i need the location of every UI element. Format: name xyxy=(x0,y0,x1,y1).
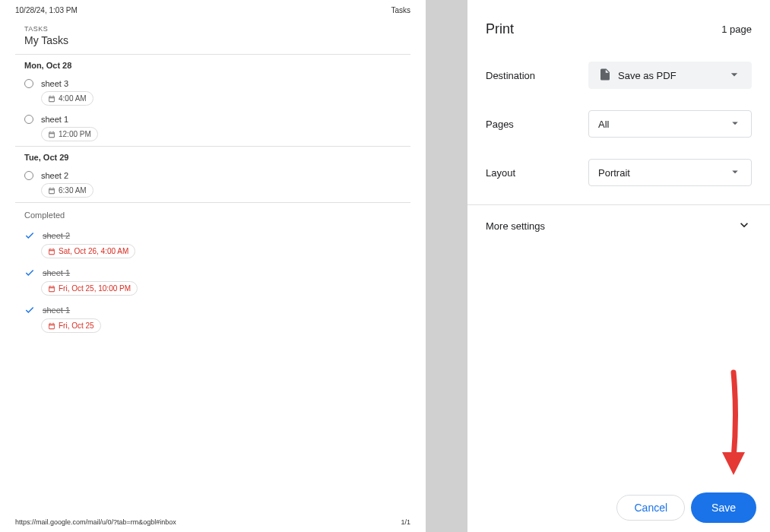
calendar-icon xyxy=(48,187,55,195)
task-time: 12:00 PM xyxy=(59,130,91,138)
task-time: Fri, Oct 25 xyxy=(59,321,94,330)
annotation-arrow-icon xyxy=(711,369,756,490)
layout-value: Portrait xyxy=(598,167,630,179)
check-icon xyxy=(24,230,35,241)
chevron-down-icon xyxy=(737,217,752,235)
print-dialog-pane: Print 1 page Destination Save as PDF xyxy=(467,0,770,532)
layout-label: Layout xyxy=(486,167,588,179)
preview-date: 10/28/24, 1:03 PM xyxy=(15,6,78,14)
destination-row: Destination Save as PDF xyxy=(486,51,752,100)
chevron-down-icon xyxy=(728,116,742,132)
date-header: Mon, Oct 28 xyxy=(15,54,410,74)
preview-header: 10/28/24, 1:03 PM Tasks xyxy=(0,0,426,17)
check-icon xyxy=(24,268,35,278)
calendar-icon xyxy=(48,95,55,103)
layout-select[interactable]: Portrait xyxy=(588,159,752,186)
task-row: sheet 1 xyxy=(15,300,410,318)
more-settings-label: More settings xyxy=(486,220,545,232)
task-title: sheet 2 xyxy=(41,171,68,180)
task-title: sheet 1 xyxy=(43,306,70,315)
preview-body: TASKS My Tasks Mon, Oct 28 sheet 3 4:00 … xyxy=(0,17,426,514)
task-row: sheet 3 xyxy=(15,74,410,91)
date-header: Tue, Oct 29 xyxy=(15,146,410,166)
pages-value: All xyxy=(598,119,609,130)
preview-header-title: Tasks xyxy=(391,6,410,14)
task-title: sheet 1 xyxy=(43,268,70,277)
radio-unchecked-icon xyxy=(24,79,33,88)
task-time-chip: 6:30 AM xyxy=(41,183,93,198)
task-title: sheet 2 xyxy=(43,231,70,240)
task-title: sheet 1 xyxy=(41,115,68,124)
calendar-icon xyxy=(48,248,55,255)
destination-value: Save as PDF xyxy=(618,70,677,81)
destination-label: Destination xyxy=(486,70,588,81)
task-time-chip: Fri, Oct 25, 10:00 PM xyxy=(41,281,138,296)
radio-unchecked-icon xyxy=(24,115,33,124)
task-time-chip: 12:00 PM xyxy=(41,127,98,141)
task-time: 4:00 AM xyxy=(59,94,87,103)
task-time-chip: Fri, Oct 25 xyxy=(41,318,101,333)
chevron-down-icon xyxy=(727,67,742,84)
check-icon xyxy=(24,305,35,315)
task-time: 6:30 AM xyxy=(59,186,87,195)
pdf-icon xyxy=(598,68,612,84)
task-row: sheet 1 xyxy=(15,110,410,127)
print-title: Print xyxy=(486,21,514,37)
radio-unchecked-icon xyxy=(24,171,33,180)
task-row: sheet 2 xyxy=(15,166,410,183)
tasks-title: My Tasks xyxy=(24,34,410,46)
preview-gutter xyxy=(426,0,467,532)
action-bar: Cancel Save xyxy=(467,483,770,532)
preview-url: https://mail.google.com/mail/u/0/?tab=rm… xyxy=(15,518,176,526)
layout-row: Layout Portrait xyxy=(486,148,752,197)
more-settings-toggle[interactable]: More settings xyxy=(467,204,770,247)
calendar-icon xyxy=(48,322,55,330)
preview-footer: https://mail.google.com/mail/u/0/?tab=rm… xyxy=(0,514,426,532)
chevron-down-icon xyxy=(728,165,742,181)
print-settings: Destination Save as PDF Pages xyxy=(467,43,770,197)
task-time-chip: Sat, Oct 26, 4:00 AM xyxy=(41,244,135,258)
page-count: 1 page xyxy=(721,24,752,35)
calendar-icon xyxy=(48,131,55,138)
task-time-chip: 4:00 AM xyxy=(41,91,93,106)
save-button[interactable]: Save xyxy=(692,494,755,521)
pages-select[interactable]: All xyxy=(588,110,752,138)
completed-header: Completed xyxy=(15,202,410,226)
tasks-label: TASKS xyxy=(24,25,410,33)
calendar-icon xyxy=(48,285,55,293)
print-header: Print 1 page xyxy=(467,0,770,43)
pages-row: Pages All xyxy=(486,100,752,148)
pages-label: Pages xyxy=(486,119,588,130)
task-time: Sat, Oct 26, 4:00 AM xyxy=(59,247,128,255)
task-time: Fri, Oct 25, 10:00 PM xyxy=(59,284,131,293)
task-row: sheet 2 xyxy=(15,226,410,244)
preview-page-num: 1/1 xyxy=(401,518,410,526)
cancel-button[interactable]: Cancel xyxy=(616,495,685,521)
destination-select[interactable]: Save as PDF xyxy=(588,62,752,89)
task-row: sheet 1 xyxy=(15,263,410,281)
task-title: sheet 3 xyxy=(41,79,68,88)
print-preview-pane: 10/28/24, 1:03 PM Tasks TASKS My Tasks M… xyxy=(0,0,426,532)
